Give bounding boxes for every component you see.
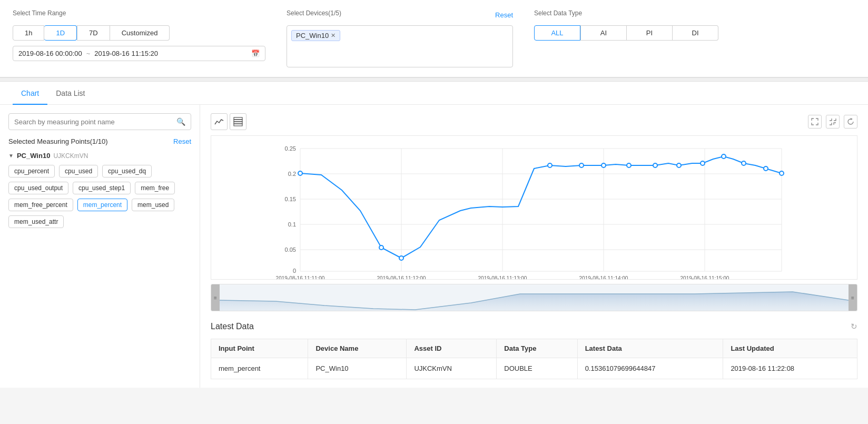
device-group: ▼ PC_Win10 UJKCKmVN cpu_percent cpu_used… — [8, 152, 191, 228]
svg-text:0.05: 0.05 — [285, 246, 296, 253]
end-date: 2019-08-16 11:15:20 — [94, 50, 158, 57]
device-tag-pcwin10: PC_Win10 ✕ — [291, 30, 340, 41]
minimap-svg — [220, 284, 849, 311]
metric-tag-mem-percent[interactable]: mem_percent — [77, 199, 127, 211]
time-range-label: Select Time Range — [13, 9, 265, 17]
tab-data-list[interactable]: Data List — [47, 82, 93, 105]
svg-text:0.15: 0.15 — [285, 196, 296, 202]
metric-tag-mem-free[interactable]: mem_free — [135, 182, 175, 194]
svg-point-32 — [601, 163, 606, 167]
svg-text:2019-08-16 11:14:00: 2019-08-16 11:14:00 — [579, 275, 628, 279]
svg-point-36 — [701, 161, 705, 165]
time-btn-1d[interactable]: 1D — [44, 25, 77, 41]
time-btn-row: 1h 1D 7D Customized — [13, 25, 265, 41]
devices-box: PC_Win10 ✕ — [287, 25, 513, 67]
content-area: 🔍 Selected Measuring Points(1/10) Reset … — [0, 105, 868, 388]
device-group-header: ▼ PC_Win10 UJKCKmVN — [8, 152, 191, 160]
device-tag-name: PC_Win10 — [296, 32, 329, 40]
tabs-row: Chart Data List — [0, 82, 868, 105]
type-btn-pi[interactable]: PI — [627, 25, 673, 41]
svg-point-30 — [548, 163, 552, 167]
time-btn-7d[interactable]: 7D — [77, 25, 110, 41]
metric-tag-mem-used-attr[interactable]: mem_used_attr — [8, 215, 64, 228]
device-group-id: UJKCKmVN — [53, 152, 88, 160]
svg-point-31 — [579, 163, 584, 167]
chart-svg: 0.25 0.2 0.15 0.1 0.05 0 — [218, 142, 851, 279]
devices-reset-link[interactable]: Reset — [495, 11, 513, 19]
search-input[interactable] — [14, 118, 176, 126]
latest-data-title: Latest Data — [211, 322, 254, 331]
svg-point-34 — [653, 163, 657, 167]
shrink-icon — [829, 118, 836, 125]
measuring-points-reset-btn[interactable]: Reset — [173, 137, 191, 145]
svg-text:2019-08-16 11:15:00: 2019-08-16 11:15:00 — [680, 275, 729, 279]
metric-tag-mem-used[interactable]: mem_used — [132, 199, 174, 211]
svg-point-39 — [764, 166, 768, 171]
svg-rect-1 — [234, 120, 242, 122]
chart-actions — [808, 115, 857, 129]
date-range-row: 2019-08-16 00:00:00 ~ 2019-08-16 11:15:2… — [13, 46, 265, 61]
type-btn-ai[interactable]: AI — [580, 25, 627, 41]
svg-point-38 — [742, 161, 746, 165]
table-chart-icon — [233, 117, 243, 126]
svg-text:0.25: 0.25 — [285, 145, 296, 152]
svg-rect-2 — [234, 122, 242, 124]
svg-rect-0 — [234, 117, 242, 120]
refresh-chart-btn[interactable] — [844, 115, 857, 129]
svg-text:0: 0 — [293, 268, 296, 274]
latest-data-refresh-btn[interactable]: ↻ — [851, 322, 857, 331]
calendar-icon[interactable]: 📅 — [251, 50, 260, 57]
devices-header: Select Devices(1/5) Reset — [287, 9, 513, 20]
search-icon: 🔍 — [176, 117, 185, 126]
selected-label: Selected Measuring Points(1/10) — [8, 137, 108, 145]
svg-point-33 — [627, 163, 631, 167]
cell-data-type: DOUBLE — [497, 358, 577, 379]
device-tag-remove[interactable]: ✕ — [331, 32, 336, 39]
tab-chart[interactable]: Chart — [13, 82, 47, 105]
device-group-name: PC_Win10 — [17, 152, 50, 160]
refresh-icon — [847, 118, 854, 125]
chart-view-btns — [211, 113, 246, 130]
time-btn-1h[interactable]: 1h — [13, 25, 44, 41]
time-range-section: Select Time Range 1h 1D 7D Customized 20… — [13, 9, 265, 61]
type-btn-di[interactable]: DI — [673, 25, 718, 41]
metric-tag-cpu-used-step1[interactable]: cpu_used_step1 — [73, 182, 131, 194]
expand-icon — [811, 118, 818, 125]
cell-device-name: PC_Win10 — [308, 358, 407, 379]
metric-tag-cpu-percent[interactable]: cpu_percent — [8, 165, 55, 178]
svg-text:2019-08-16 11:11:00: 2019-08-16 11:11:00 — [276, 275, 325, 279]
metric-tag-cpu-used-output[interactable]: cpu_used_output — [8, 182, 68, 194]
col-data-type: Data Type — [497, 339, 577, 358]
metric-tag-cpu-used[interactable]: cpu_used — [59, 165, 98, 178]
svg-point-28 — [379, 245, 383, 250]
expand-btn[interactable] — [808, 115, 822, 129]
type-btn-row: ALL AI PI DI — [534, 25, 718, 41]
top-panel: Select Time Range 1h 1D 7D Customized 20… — [0, 0, 868, 77]
svg-point-37 — [722, 154, 726, 159]
minimap-inner — [220, 284, 849, 311]
col-last-updated: Last Updated — [723, 339, 857, 358]
search-box[interactable]: 🔍 — [8, 113, 191, 130]
data-table: Input Point Device Name Asset ID Data Ty… — [211, 339, 857, 379]
time-btn-customized[interactable]: Customized — [110, 25, 170, 41]
line-chart-view-btn[interactable] — [211, 113, 228, 130]
minimap-right-handle[interactable]: ≡ — [849, 284, 857, 311]
minimap-left-handle[interactable]: ≡ — [211, 284, 220, 311]
chevron-down-icon: ▼ — [8, 153, 14, 159]
table-row: mem_percent PC_Win10 UJKCKmVN DOUBLE 0.1… — [211, 358, 857, 379]
metric-tag-mem-free-percent[interactable]: mem_free_percent — [8, 199, 73, 211]
metric-tag-cpu-used-dq[interactable]: cpu_used_dq — [102, 165, 152, 178]
latest-data-header: Latest Data ↻ — [211, 322, 857, 331]
table-chart-view-btn[interactable] — [230, 113, 246, 130]
type-btn-all[interactable]: ALL — [534, 25, 580, 41]
svg-point-29 — [399, 256, 403, 260]
latest-data-section: Latest Data ↻ Input Point Device Name As… — [211, 322, 857, 379]
svg-text:0.2: 0.2 — [288, 171, 296, 177]
minimap[interactable]: ≡ ≡ — [211, 284, 857, 311]
shrink-btn[interactable] — [826, 115, 840, 129]
table-header-row: Input Point Device Name Asset ID Data Ty… — [211, 339, 857, 358]
svg-text:2019-08-16 11:12:00: 2019-08-16 11:12:00 — [377, 275, 426, 279]
right-panel: 0.25 0.2 0.15 0.1 0.05 0 — [200, 105, 868, 388]
col-latest-data: Latest Data — [577, 339, 723, 358]
svg-point-27 — [298, 171, 302, 175]
